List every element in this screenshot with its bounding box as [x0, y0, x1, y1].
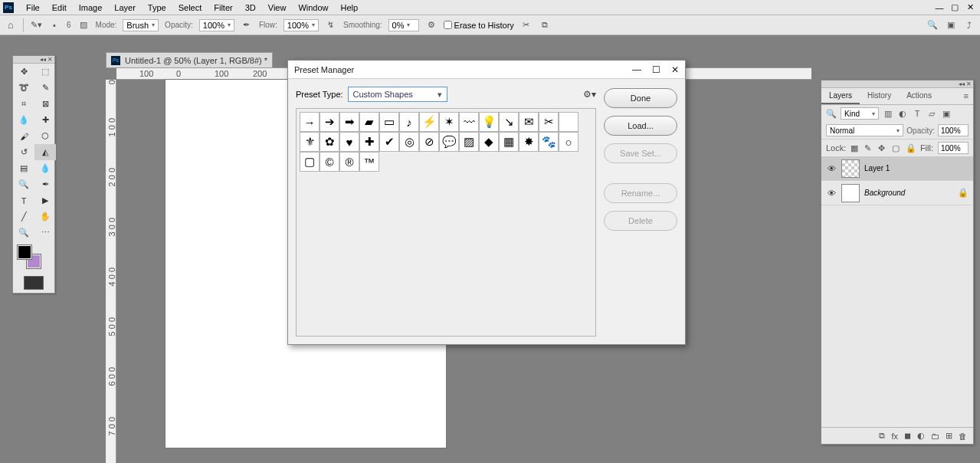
shape-preset[interactable]: ✿: [320, 132, 339, 152]
flow-field[interactable]: 100%: [284, 19, 319, 31]
shape-preset[interactable]: ✉: [519, 112, 539, 132]
delete-button[interactable]: Delete: [604, 211, 677, 231]
more-tools[interactable]: ⋯: [34, 225, 56, 241]
stamp-tool[interactable]: ⬡: [34, 128, 56, 144]
hand-tool[interactable]: ✋: [34, 209, 56, 225]
shape-preset[interactable]: ➡: [339, 112, 359, 132]
brush-preset-icon[interactable]: ✎▾: [30, 19, 42, 31]
menu-layer[interactable]: Layer: [108, 2, 142, 14]
shape-preset[interactable]: ⊘: [419, 132, 439, 152]
visibility-icon[interactable]: 👁: [826, 189, 837, 198]
document-tab[interactable]: Ps Untitled-1 @ 50% (Layer 1, RGB/8#) *: [106, 52, 273, 67]
menu-3d[interactable]: 3D: [239, 2, 262, 14]
type-tool[interactable]: T: [13, 192, 34, 209]
shape-preset[interactable]: 〰: [459, 112, 479, 132]
group-icon[interactable]: 🗀: [931, 432, 939, 441]
menu-image[interactable]: Image: [73, 2, 109, 14]
smoothing-field[interactable]: 0%: [388, 19, 419, 31]
quick-select-tool[interactable]: ✎: [34, 80, 56, 96]
shape-preset[interactable]: ⚜: [300, 132, 320, 152]
layer-name[interactable]: Background: [864, 189, 905, 197]
link-layers-icon[interactable]: ⧉: [879, 431, 885, 441]
history-brush-tool[interactable]: ↺: [13, 144, 34, 160]
maximize-button[interactable]: ▢: [948, 2, 962, 13]
filter-pixel-icon[interactable]: ▥: [883, 108, 893, 119]
blur-tool[interactable]: 💧: [34, 160, 56, 176]
shape-preset[interactable]: ○: [559, 132, 578, 152]
shape-preset[interactable]: 💬: [439, 132, 459, 152]
menu-help[interactable]: Help: [335, 2, 365, 14]
menu-view[interactable]: View: [262, 2, 293, 14]
healing-tool[interactable]: ✚: [34, 112, 56, 128]
lock-artboard-icon[interactable]: ▢: [892, 143, 901, 153]
lock-pixels-icon[interactable]: ▩: [851, 143, 860, 153]
tab-actions[interactable]: Actions: [899, 88, 939, 104]
shape-preset[interactable]: ⚡: [419, 112, 439, 132]
shape-preset[interactable]: ♥: [339, 132, 359, 152]
preset-type-select[interactable]: Custom Shapes: [348, 87, 447, 102]
adjustment-icon[interactable]: ◐: [917, 431, 925, 441]
lock-move-icon[interactable]: ✥: [878, 143, 887, 153]
filter-type-icon[interactable]: T: [912, 108, 923, 119]
shape-preset[interactable]: ◆: [479, 132, 499, 152]
delete-layer-icon[interactable]: 🗑: [959, 432, 967, 441]
gradient-tool[interactable]: ▤: [13, 160, 34, 176]
brush-tool[interactable]: 🖌: [13, 128, 34, 144]
color-swatches[interactable]: [13, 241, 54, 273]
menu-edit[interactable]: Edit: [46, 2, 73, 14]
new-layer-icon[interactable]: ⊞: [946, 431, 952, 441]
shape-preset[interactable]: ▨: [459, 132, 479, 152]
layer-row[interactable]: 👁 Background 🔒: [821, 181, 973, 205]
shape-preset[interactable]: ↘: [499, 112, 519, 132]
fx-icon[interactable]: fx: [891, 432, 898, 441]
fill-field[interactable]: [938, 142, 969, 154]
line-tool[interactable]: ╱: [13, 209, 34, 225]
shape-preset[interactable]: ▭: [379, 112, 399, 132]
menu-filter[interactable]: Filter: [208, 2, 238, 14]
kind-filter[interactable]: Kind: [841, 107, 879, 120]
layer-opacity-field[interactable]: [938, 124, 969, 136]
shape-preset[interactable]: ♪: [399, 112, 419, 132]
menu-type[interactable]: Type: [142, 2, 172, 14]
layer-row[interactable]: 👁 Layer 1: [821, 156, 973, 181]
lock-all-icon[interactable]: 🔒: [906, 143, 915, 153]
shape-preset[interactable]: ✶: [439, 112, 459, 132]
pen-tool[interactable]: ✒: [34, 176, 56, 192]
pressure-size-icon[interactable]: ✂: [520, 19, 533, 31]
dialog-close-icon[interactable]: ✕: [671, 64, 679, 75]
crop-tool[interactable]: ⌗: [13, 96, 34, 112]
zoom-tool[interactable]: 🔍: [13, 225, 34, 241]
tab-layers[interactable]: Layers: [821, 88, 860, 104]
layer-thumbnail[interactable]: [841, 184, 860, 202]
toolbox-close-icon[interactable]: ✕: [48, 56, 53, 63]
shape-preset[interactable]: ▦: [499, 132, 519, 152]
shape-preset[interactable]: ✚: [359, 132, 379, 152]
rename-button[interactable]: Rename...: [604, 183, 677, 203]
dialog-minimize-icon[interactable]: —: [632, 64, 641, 75]
filter-smart-icon[interactable]: ▣: [941, 108, 952, 119]
path-select-tool[interactable]: ▶: [34, 192, 56, 209]
panel-menu-icon[interactable]: ≡: [959, 88, 973, 104]
layer-name[interactable]: Layer 1: [864, 164, 890, 172]
dialog-titlebar[interactable]: Preset Manager — ☐ ✕: [288, 61, 685, 79]
lock-position-icon[interactable]: ✎: [864, 143, 873, 153]
eyedropper-tool[interactable]: 💧: [13, 112, 34, 128]
panel-close-icon[interactable]: ✕: [966, 80, 972, 87]
filter-adjust-icon[interactable]: ◐: [897, 108, 908, 119]
menu-select[interactable]: Select: [172, 2, 208, 14]
mask-icon[interactable]: ◼: [904, 431, 911, 441]
search-icon[interactable]: 🔍: [926, 19, 939, 31]
home-icon[interactable]: ⌂: [5, 19, 17, 31]
preset-options-icon[interactable]: ⚙▾: [583, 89, 596, 100]
shape-preset[interactable]: ✂: [539, 112, 559, 132]
shape-preset[interactable]: ™: [359, 152, 379, 172]
shape-preset[interactable]: ©: [320, 152, 339, 172]
menu-file[interactable]: File: [20, 2, 46, 14]
minimize-button[interactable]: —: [932, 2, 946, 13]
shape-preset[interactable]: ◎: [399, 132, 419, 152]
shape-preset[interactable]: 🐾: [539, 132, 559, 152]
mode-select[interactable]: Brush: [123, 19, 159, 31]
shape-preset[interactable]: ▰: [359, 112, 379, 132]
shape-preset[interactable]: →: [300, 112, 320, 132]
move-tool[interactable]: ✥: [13, 64, 34, 80]
